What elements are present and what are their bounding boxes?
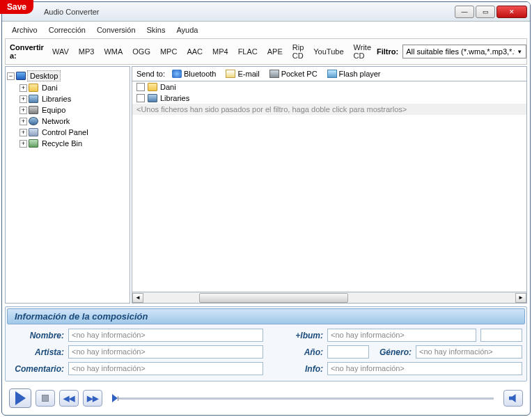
filter-label: Filtro:: [377, 47, 398, 56]
sendto-label-bt: Bluetooth: [184, 70, 216, 78]
expand-icon[interactable]: +: [19, 107, 27, 114]
speaker-icon: [509, 394, 517, 402]
tree-label: Libraries: [40, 94, 73, 104]
pocketpc-icon: [269, 70, 279, 78]
tree-node-dani[interactable]: +Dani: [19, 82, 128, 93]
field-genero[interactable]: <no hay información>: [416, 345, 522, 359]
collapse-icon[interactable]: −: [7, 72, 15, 80]
format-flac[interactable]: FLAC: [234, 45, 262, 58]
expand-icon[interactable]: +: [19, 118, 27, 125]
rewind-button[interactable]: ◀◀: [59, 390, 79, 407]
expand-icon[interactable]: +: [19, 129, 27, 136]
label-artista: Artista:: [10, 347, 64, 357]
stop-button[interactable]: [36, 390, 55, 407]
seek-bar[interactable]: [107, 394, 499, 402]
folder-icon: [148, 83, 157, 91]
folder-tree[interactable]: − Desktop +Dani +Libraries +Equipo +Netw…: [5, 66, 130, 304]
format-writecd[interactable]: Write CD: [350, 41, 375, 62]
format-ape[interactable]: APE: [263, 45, 287, 58]
tree-node-equipo[interactable]: +Equipo: [19, 104, 128, 116]
sendto-bluetooth[interactable]: Bluetooth: [169, 69, 219, 79]
tree-node-desktop[interactable]: − Desktop: [7, 70, 128, 82]
menu-ayuda[interactable]: Ayuda: [172, 24, 202, 36]
expand-icon[interactable]: +: [19, 84, 27, 92]
tree-node-network[interactable]: +Network: [19, 116, 128, 127]
sendto-label-fp: Flash player: [339, 70, 381, 78]
checkbox[interactable]: [136, 83, 145, 91]
menu-conversion[interactable]: Conversión: [93, 24, 140, 36]
seek-track[interactable]: [118, 398, 494, 400]
scroll-left-icon[interactable]: ◄: [132, 293, 143, 303]
horizontal-scrollbar[interactable]: ◄ ►: [132, 292, 527, 304]
tree-node-libraries[interactable]: +Libraries: [19, 93, 128, 104]
maximize-button[interactable]: ▭: [476, 6, 495, 18]
main-area: − Desktop +Dani +Libraries +Equipo +Netw…: [5, 66, 527, 304]
scroll-track[interactable]: [143, 293, 515, 303]
tree-node-controlpanel[interactable]: +Control Panel: [19, 127, 128, 138]
minimize-button[interactable]: —: [455, 6, 474, 18]
field-ano[interactable]: [327, 345, 369, 359]
format-mp4[interactable]: MP4: [208, 45, 233, 58]
volume-button[interactable]: [503, 390, 523, 407]
tree-label-desktop: Desktop: [27, 70, 61, 81]
libraries-icon: [29, 95, 38, 103]
sendto-label-ppc: Pocket PC: [281, 70, 318, 78]
file-name: Dani: [160, 83, 176, 91]
tree-node-recyclebin[interactable]: +Recycle Bin: [19, 138, 128, 149]
file-list[interactable]: Dani Libraries <Unos ficheros han sido p…: [132, 81, 527, 292]
filtered-message[interactable]: <Unos ficheros han sido pasados por el f…: [132, 104, 526, 115]
tree-label: Network: [40, 116, 72, 126]
composition-info-panel: Información de la composición Nombre:<no…: [5, 306, 527, 381]
format-mpc[interactable]: MPC: [156, 45, 181, 58]
format-wav[interactable]: WAV: [48, 45, 73, 58]
tree-label: Control Panel: [40, 127, 91, 137]
close-button[interactable]: ✕: [496, 6, 527, 18]
scroll-right-icon[interactable]: ►: [515, 293, 526, 303]
field-artista[interactable]: <no hay información>: [68, 345, 263, 359]
format-aac[interactable]: AAC: [182, 45, 207, 58]
format-ogg[interactable]: OGG: [128, 45, 155, 58]
format-youtube[interactable]: YouTube: [309, 45, 347, 58]
field-info[interactable]: <no hay información>: [327, 362, 522, 375]
field-album-extra[interactable]: [480, 329, 522, 342]
file-row-libraries[interactable]: Libraries: [132, 93, 526, 104]
field-comentario[interactable]: <no hay información>: [68, 362, 263, 375]
sendto-label: Send to:: [136, 70, 165, 78]
titlebar: Audio Converter — ▭ ✕: [2, 2, 530, 22]
format-mp3[interactable]: MP3: [75, 45, 99, 58]
stop-icon: [42, 395, 49, 402]
recyclebin-icon: [29, 139, 38, 148]
file-row-dani[interactable]: Dani: [132, 81, 526, 93]
seek-thumb-icon[interactable]: [112, 394, 118, 402]
label-comentario: Comentario:: [10, 364, 64, 374]
window-title: Audio Converter: [44, 8, 100, 16]
scroll-thumb[interactable]: [199, 293, 348, 303]
field-album[interactable]: <no hay información>: [327, 329, 476, 342]
menu-correccion[interactable]: Corrección: [45, 24, 90, 36]
tree-label: Dani: [40, 83, 60, 93]
play-button[interactable]: [9, 388, 31, 408]
forward-button[interactable]: ▶▶: [83, 390, 102, 407]
menu-archivo[interactable]: Archivo: [8, 24, 42, 36]
email-icon: [226, 70, 235, 78]
label-genero: Género:: [373, 347, 412, 357]
menu-skins[interactable]: Skins: [143, 24, 170, 36]
flashplayer-icon: [327, 70, 337, 78]
convert-label: Convertir a:: [10, 43, 44, 60]
field-nombre[interactable]: <no hay información>: [68, 329, 263, 342]
sendto-flashplayer[interactable]: Flash player: [324, 69, 384, 79]
format-wma[interactable]: WMA: [100, 45, 127, 58]
chevron-down-icon[interactable]: ▼: [515, 49, 524, 55]
format-ripcd[interactable]: Rip CD: [288, 41, 308, 62]
sendto-pocketpc[interactable]: Pocket PC: [267, 69, 320, 79]
expand-icon[interactable]: +: [19, 140, 27, 148]
app-window: Audio Converter — ▭ ✕ Archivo Corrección…: [1, 1, 531, 416]
right-panel: Send to: Bluetooth E-mail Pocket PC Flas…: [132, 66, 527, 304]
save-badge[interactable]: Save: [0, 0, 33, 14]
controlpanel-icon: [29, 128, 38, 136]
sendto-email[interactable]: E-mail: [223, 69, 262, 79]
label-info: Info:: [269, 364, 323, 374]
expand-icon[interactable]: +: [19, 95, 27, 103]
checkbox[interactable]: [136, 94, 145, 102]
filter-dropdown[interactable]: All suitable files (*.wma,*.mp3,*.wav ▼: [402, 45, 526, 58]
